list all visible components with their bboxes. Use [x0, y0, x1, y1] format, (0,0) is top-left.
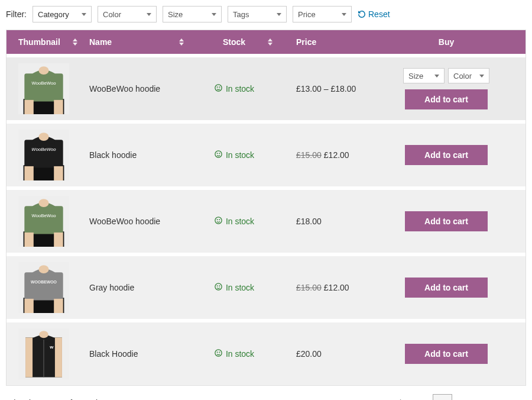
- price-original: £15.00: [296, 283, 322, 292]
- table-row: WOOBEWOO Gray hoodie In stock £15.00£12.…: [7, 253, 525, 319]
- product-table: Thumbnail Name Stock Price Buy WooBeWoo …: [6, 30, 526, 386]
- cell-name: Gray hoodie: [83, 253, 190, 319]
- smile-icon: [214, 83, 223, 94]
- svg-point-9: [219, 87, 220, 88]
- column-price[interactable]: Price: [278, 30, 367, 54]
- cell-stock: In stock: [190, 186, 278, 253]
- cell-buy: Add to cart: [367, 319, 525, 385]
- page-1-button[interactable]: 1: [433, 394, 453, 400]
- chevron-down-icon: [479, 75, 484, 78]
- svg-point-33: [38, 265, 48, 273]
- cell-stock: In stock: [190, 120, 278, 186]
- filter-category[interactable]: Category: [33, 6, 92, 22]
- cell-price: £15.00£12.00: [278, 120, 367, 186]
- undo-icon: [358, 10, 366, 18]
- cell-name: WooBeWoo hoodie: [83, 186, 190, 253]
- svg-point-18: [217, 153, 218, 154]
- column-name[interactable]: Name: [83, 30, 190, 54]
- svg-point-49: [219, 352, 220, 353]
- sort-icon: [268, 38, 273, 46]
- svg-rect-12: [24, 140, 63, 167]
- variant-size-select[interactable]: Size: [403, 68, 445, 83]
- cell-buy: Add to cart: [367, 253, 525, 319]
- price-current: £12.00: [324, 283, 349, 292]
- svg-point-23: [38, 199, 48, 207]
- svg-point-17: [215, 151, 222, 157]
- filter-price[interactable]: Price: [293, 6, 352, 22]
- cell-stock: In stock: [190, 319, 278, 385]
- cell-stock: In stock: [190, 54, 278, 120]
- svg-rect-2: [24, 73, 63, 101]
- add-to-cart-button[interactable]: Add to cart: [405, 89, 488, 109]
- svg-point-44: [39, 331, 48, 338]
- price-current: £12.00: [324, 150, 349, 160]
- sort-icon: [179, 38, 184, 46]
- svg-rect-14: [24, 166, 33, 180]
- filter-tags[interactable]: Tags: [228, 6, 287, 22]
- cell-name: Black hoodie: [83, 120, 190, 186]
- add-to-cart-button[interactable]: Add to cart: [405, 278, 488, 298]
- svg-text:WooBeWoo: WooBeWoo: [32, 213, 56, 218]
- svg-point-13: [38, 133, 48, 141]
- cell-stock: In stock: [190, 253, 278, 319]
- add-to-cart-button[interactable]: Add to cart: [405, 211, 488, 231]
- svg-rect-25: [54, 233, 63, 247]
- chevron-down-icon: [212, 13, 216, 16]
- svg-text:WOOBEWOO: WOOBEWOO: [31, 280, 57, 284]
- svg-rect-35: [54, 299, 63, 313]
- sort-icon: [73, 38, 77, 46]
- svg-point-29: [219, 220, 220, 220]
- svg-point-38: [217, 286, 218, 286]
- cell-thumbnail: WOOBEWOO: [7, 253, 83, 319]
- next-button[interactable]: Next: [492, 395, 524, 400]
- cell-buy: Add to cart: [367, 120, 525, 186]
- svg-rect-5: [54, 100, 63, 114]
- svg-point-7: [215, 85, 222, 91]
- svg-text:w: w: [49, 344, 54, 350]
- price-current: £13.00 – £18.00: [296, 84, 356, 93]
- add-to-cart-button[interactable]: Add to cart: [405, 344, 488, 364]
- svg-rect-32: [24, 272, 63, 300]
- price-current: £18.00: [296, 217, 322, 226]
- variant-color-select[interactable]: Color: [448, 68, 489, 83]
- previous-button[interactable]: Previous: [375, 395, 421, 400]
- svg-point-8: [217, 87, 218, 88]
- chevron-down-icon: [277, 13, 281, 16]
- table-row: WooBeWoo WooBeWoo hoodie In stock £13.00…: [7, 54, 525, 120]
- column-thumbnail[interactable]: Thumbnail: [7, 30, 83, 54]
- svg-text:WooBeWoo: WooBeWoo: [31, 147, 56, 152]
- reset-button[interactable]: Reset: [358, 9, 390, 19]
- price-current: £20.00: [296, 349, 322, 359]
- svg-rect-15: [54, 166, 63, 180]
- cell-thumbnail: WooBeWoo: [7, 186, 83, 253]
- chevron-down-icon: [147, 13, 151, 16]
- pagination: Previous 1 2 Next: [375, 394, 524, 400]
- filter-size[interactable]: Size: [163, 6, 222, 22]
- smile-icon: [214, 349, 223, 359]
- chevron-down-icon: [82, 13, 86, 16]
- smile-icon: [214, 282, 223, 293]
- svg-point-19: [219, 153, 220, 154]
- table-row: WooBeWoo WooBeWoo hoodie In stock £18.00…: [7, 186, 525, 253]
- chevron-down-icon: [342, 13, 346, 16]
- page-2-button[interactable]: 2: [463, 395, 482, 400]
- cell-buy: Add to cart: [367, 186, 525, 253]
- svg-point-47: [215, 350, 222, 356]
- table-row: WooBeWoo Black hoodie In stock £15.00£12…: [7, 120, 525, 186]
- svg-rect-4: [24, 100, 33, 114]
- filter-bar: Filter: Category Color Size Tags Price R…: [6, 6, 526, 22]
- cell-thumbnail: w: [7, 319, 83, 385]
- column-stock[interactable]: Stock: [190, 30, 278, 54]
- filter-color[interactable]: Color: [98, 6, 157, 22]
- svg-point-3: [38, 66, 48, 75]
- price-original: £15.00: [296, 150, 322, 160]
- table-row: w Black Hoodie In stock £20.00 Add to ca…: [7, 319, 525, 385]
- cell-thumbnail: WooBeWoo: [7, 120, 83, 186]
- chevron-down-icon: [434, 75, 439, 78]
- add-to-cart-button[interactable]: Add to cart: [405, 145, 488, 165]
- cell-price: £15.00£12.00: [278, 253, 367, 319]
- svg-rect-42: [25, 337, 33, 377]
- svg-point-28: [217, 220, 218, 220]
- table-footer: Showing 1 to 5 of 9 entries Previous 1 2…: [6, 386, 526, 400]
- svg-rect-34: [24, 299, 33, 313]
